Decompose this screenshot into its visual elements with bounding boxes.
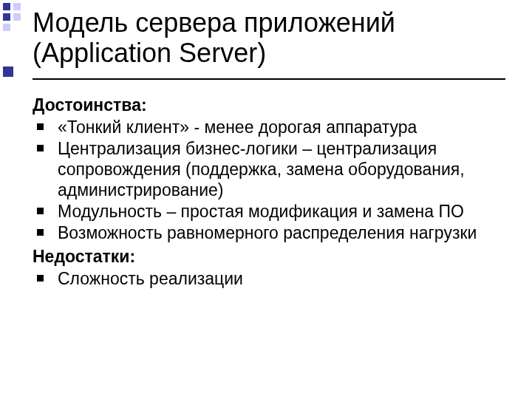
list-item-text: Централизация бизнес-логики – централиза… xyxy=(58,139,465,200)
list-item: Сложность реализации xyxy=(33,268,505,289)
disadvantages-list: Сложность реализации xyxy=(33,268,505,289)
advantages-heading: Достоинства: xyxy=(33,95,505,115)
bullet-icon xyxy=(37,208,44,214)
advantages-list: «Тонкий клиент» - менее дорогая аппарату… xyxy=(33,117,505,243)
list-item: «Тонкий клиент» - менее дорогая аппарату… xyxy=(33,117,505,137)
slide-body: Достоинства: «Тонкий клиент» - менее дор… xyxy=(33,95,505,292)
list-item-text: Сложность реализации xyxy=(58,269,243,288)
list-item: Централизация бизнес-логики – централиза… xyxy=(33,138,505,200)
bullet-icon xyxy=(37,145,44,151)
list-item-text: «Тонкий клиент» - менее дорогая аппарату… xyxy=(58,117,417,137)
title-underline xyxy=(33,78,505,80)
bullet-icon xyxy=(37,275,44,282)
slide: Модель сервера приложений (Application S… xyxy=(0,0,532,399)
slide-title: Модель сервера приложений (Application S… xyxy=(33,7,505,69)
list-item-text: Модульность – простая модификация и заме… xyxy=(58,202,464,221)
slide-decoration xyxy=(0,0,27,399)
list-item: Возможность равномерного распределения н… xyxy=(33,222,505,243)
bullet-icon xyxy=(37,123,44,130)
disadvantages-heading: Недостатки: xyxy=(33,246,505,267)
list-item-text: Возможность равномерного распределения н… xyxy=(58,223,477,242)
bullet-icon xyxy=(37,229,44,236)
list-item: Модульность – простая модификация и заме… xyxy=(33,201,505,222)
